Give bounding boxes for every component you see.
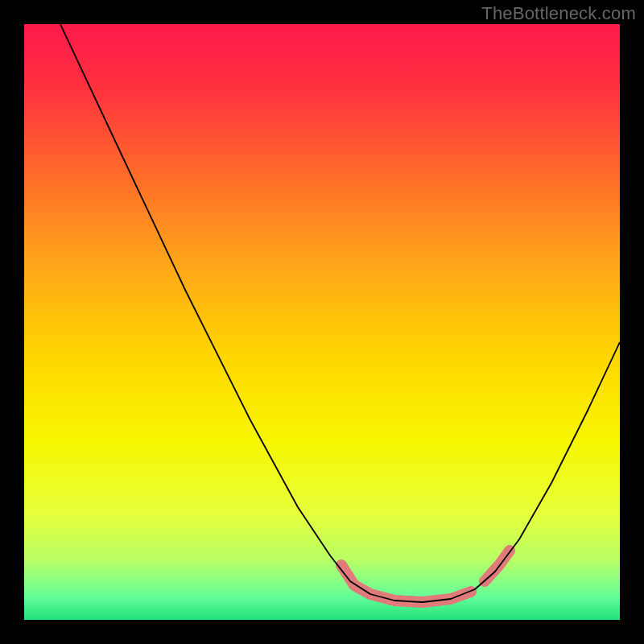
chart-frame: TheBottleneck.com — [0, 0, 644, 644]
plot-svg — [24, 24, 620, 620]
watermark-text: TheBottleneck.com — [481, 3, 636, 24]
gradient-background — [24, 24, 620, 620]
plot-area — [24, 24, 620, 620]
